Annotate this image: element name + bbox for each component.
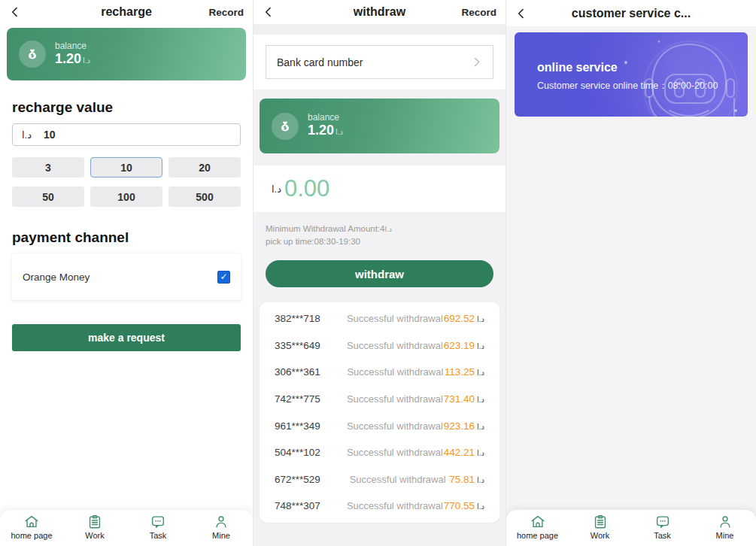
currency-symbol: د.ا bbox=[477, 396, 484, 404]
nav-task[interactable]: Task bbox=[631, 514, 694, 546]
nav-home[interactable]: home page bbox=[506, 514, 569, 546]
withdrawal-records-list: 382***718 Successful withdrawal 692.52د.… bbox=[260, 302, 499, 523]
divider bbox=[254, 24, 506, 35]
currency-symbol: د.ا bbox=[335, 128, 343, 136]
preset-100[interactable]: 100 bbox=[90, 187, 162, 207]
home-icon bbox=[530, 514, 546, 530]
back-button[interactable] bbox=[263, 5, 278, 20]
recharge-value-heading: recharge value bbox=[12, 99, 241, 116]
money-bag-icon: $ bbox=[272, 113, 299, 140]
recharge-header: recharge Record bbox=[0, 0, 253, 24]
preset-amounts: 3 10 20 50 100 500 bbox=[12, 157, 241, 207]
work-icon bbox=[87, 514, 103, 530]
preset-50[interactable]: 50 bbox=[12, 187, 84, 207]
back-button[interactable] bbox=[515, 6, 530, 21]
recharge-amount-value: 10 bbox=[44, 129, 56, 141]
chevron-left-icon bbox=[263, 6, 275, 18]
withdraw-screen: withdraw Record Bank card number $ balan… bbox=[253, 0, 506, 546]
nav-work[interactable]: Work bbox=[569, 514, 631, 546]
pickup-time-note: pick up time:08:30-19:30 bbox=[266, 235, 493, 248]
recharge-screen: recharge Record $ balance 1.20د.ا rechar… bbox=[0, 0, 253, 546]
currency-symbol: د.ا bbox=[477, 423, 484, 431]
record-row: 672***529 Successful withdrawal 75.81د.ا bbox=[260, 466, 499, 493]
withdraw-header: withdraw Record bbox=[254, 0, 506, 24]
bottom-nav: home page Work Task Mine bbox=[0, 510, 253, 546]
customer-service-header: customer service c... bbox=[506, 0, 756, 26]
mine-icon bbox=[717, 514, 733, 530]
task-icon bbox=[150, 514, 166, 530]
task-icon bbox=[654, 514, 671, 530]
nav-label: Mine bbox=[212, 531, 230, 540]
recharge-amount-input[interactable]: د.ا 10 bbox=[12, 123, 241, 146]
balance-text: balance 1.20د.ا bbox=[55, 41, 90, 68]
bottom-nav: home page Work Task Mine bbox=[506, 510, 756, 546]
withdraw-button[interactable]: withdraw bbox=[266, 260, 493, 287]
currency-symbol: د.ا bbox=[477, 502, 484, 511]
nav-label: home page bbox=[517, 531, 558, 540]
nav-label: Mine bbox=[716, 531, 734, 540]
record-row: 748***307 Successful withdrawal 770.55د.… bbox=[260, 493, 499, 520]
preset-10[interactable]: 10 bbox=[90, 157, 162, 177]
page-title: customer service c... bbox=[536, 7, 726, 20]
record-link[interactable]: Record bbox=[208, 7, 244, 18]
home-icon bbox=[23, 514, 40, 530]
app: recharge Record $ balance 1.20د.ا rechar… bbox=[0, 0, 756, 546]
currency-symbol: د.ا bbox=[83, 56, 90, 65]
balance-text: balance 1.20د.ا bbox=[308, 112, 343, 140]
nav-label: Work bbox=[85, 531, 104, 540]
record-row: 961***349 Successful withdrawal 923.16د.… bbox=[260, 412, 499, 439]
money-bag-icon: $ bbox=[19, 41, 46, 68]
record-row: 306***361 Successful withdrawal 113.25د.… bbox=[260, 359, 499, 386]
nav-label: Task bbox=[150, 531, 167, 540]
payment-channel-heading: payment channel bbox=[12, 229, 241, 246]
currency-symbol: د.ا bbox=[477, 476, 484, 484]
currency-symbol: د.ا bbox=[477, 449, 484, 457]
online-service-hours: Customer service online time：08:00-20:00 bbox=[537, 80, 748, 93]
channel-name: Orange Money bbox=[23, 271, 90, 283]
work-icon bbox=[592, 514, 609, 530]
min-withdrawal-note: Minimum Withdrawal Amount:4د.ا bbox=[266, 223, 493, 235]
customer-service-screen: customer service c... bbox=[506, 0, 756, 546]
online-service-title: online service bbox=[537, 61, 748, 74]
currency-symbol: د.ا bbox=[477, 315, 484, 323]
balance-label: balance bbox=[55, 41, 90, 51]
balance-card: $ balance 1.20د.ا bbox=[7, 28, 246, 80]
bank-card-section: Bank card number bbox=[254, 35, 506, 89]
balance-label: balance bbox=[308, 112, 343, 123]
nav-home[interactable]: home page bbox=[0, 514, 63, 546]
nav-label: home page bbox=[11, 531, 52, 540]
back-button[interactable] bbox=[9, 5, 24, 20]
bank-card-label: Bank card number bbox=[277, 56, 363, 68]
nav-work[interactable]: Work bbox=[63, 514, 126, 546]
channel-checkbox[interactable]: ✓✓ bbox=[217, 271, 230, 284]
svg-text:$: $ bbox=[31, 53, 35, 59]
preset-3[interactable]: 3 bbox=[12, 157, 84, 177]
make-request-button[interactable]: make a request bbox=[12, 324, 241, 351]
currency-symbol: د.ا bbox=[477, 369, 484, 377]
nav-label: Task bbox=[654, 531, 671, 540]
nav-mine[interactable]: Mine bbox=[694, 514, 756, 546]
preset-500[interactable]: 500 bbox=[169, 187, 241, 207]
robot-headset-icon bbox=[615, 35, 743, 117]
record-row: 504***102 Successful withdrawal 442.21د.… bbox=[260, 439, 499, 466]
record-link[interactable]: Record bbox=[461, 7, 496, 18]
withdraw-notes: Minimum Withdrawal Amount:4د.ا pick up t… bbox=[254, 212, 506, 248]
currency-symbol: د.ا bbox=[385, 225, 393, 233]
balance-card: $ balance 1.20د.ا bbox=[260, 99, 499, 153]
record-row: 382***718 Successful withdrawal 692.52د.… bbox=[260, 305, 499, 332]
balance-value: 1.20د.ا bbox=[55, 51, 90, 68]
payment-channel-option[interactable]: Orange Money ✓✓ bbox=[12, 253, 241, 300]
record-row: 335***649 Successful withdrawal 623.19د.… bbox=[260, 332, 499, 359]
withdraw-amount-field[interactable]: د.ا 0.00 bbox=[254, 165, 506, 212]
nav-mine[interactable]: Mine bbox=[190, 514, 253, 546]
withdraw-amount-value: 0.00 bbox=[284, 175, 329, 202]
online-service-banner[interactable]: online service Customer service online t… bbox=[515, 32, 748, 117]
svg-text:$: $ bbox=[284, 125, 287, 131]
bank-card-number-field[interactable]: Bank card number bbox=[266, 45, 493, 79]
nav-task[interactable]: Task bbox=[126, 514, 190, 546]
page-title: withdraw bbox=[284, 5, 475, 19]
record-row: 742***775 Successful withdrawal 731.40د.… bbox=[260, 386, 499, 413]
preset-20[interactable]: 20 bbox=[169, 157, 241, 177]
currency-symbol: د.ا bbox=[22, 129, 32, 141]
chevron-right-icon bbox=[471, 56, 482, 68]
